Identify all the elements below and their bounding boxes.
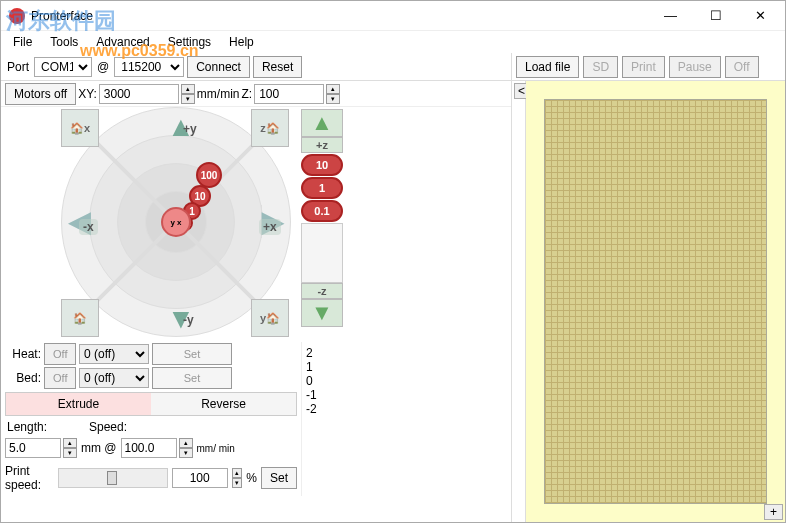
printspeed-set-button[interactable]: Set bbox=[261, 467, 297, 489]
extrude-button[interactable]: Extrude bbox=[6, 393, 151, 415]
port-label: Port bbox=[5, 60, 31, 74]
mmmin-label: mm/min bbox=[197, 87, 240, 101]
reset-button[interactable]: Reset bbox=[253, 56, 302, 78]
connection-toolbar: Port COM1 @ 115200 Connect Reset bbox=[1, 53, 511, 81]
feedrate-row: Motors off XY: ▴▾ mm/min Z: ▴▾ bbox=[1, 81, 511, 107]
z-down-arrow-icon[interactable]: ▼ bbox=[301, 299, 343, 327]
z-feedrate-input[interactable] bbox=[254, 84, 324, 104]
z-up-arrow-icon[interactable]: ▲ bbox=[301, 109, 343, 137]
menu-file[interactable]: File bbox=[5, 33, 40, 51]
ytick-0: 0 bbox=[306, 374, 507, 388]
axis-x-minus: -x bbox=[79, 219, 98, 235]
mm-at-label: mm @ bbox=[79, 441, 119, 455]
z-label: Z: bbox=[242, 87, 253, 101]
temp-chart: 2 1 0 -1 -2 bbox=[306, 346, 507, 492]
axis-y-minus: -y bbox=[179, 312, 198, 328]
ytick-n2: -2 bbox=[306, 402, 507, 416]
menu-advanced[interactable]: Advanced bbox=[88, 33, 157, 51]
gcode-viewer[interactable]: + bbox=[526, 81, 785, 522]
port-select[interactable]: COM1 bbox=[34, 57, 92, 77]
xy-spinner[interactable]: ▴▾ bbox=[181, 84, 195, 104]
jog-center-icon[interactable]: y x bbox=[161, 207, 191, 237]
load-file-button[interactable]: Load file bbox=[516, 56, 579, 78]
z-10-button[interactable]: 10 bbox=[301, 154, 343, 176]
printspeed-label: Print speed: bbox=[5, 464, 54, 492]
pct-label: % bbox=[246, 471, 257, 485]
print-button[interactable]: Print bbox=[622, 56, 665, 78]
menu-help[interactable]: Help bbox=[221, 33, 262, 51]
menu-tools[interactable]: Tools bbox=[42, 33, 86, 51]
xy-label: XY: bbox=[78, 87, 97, 101]
ytick-2: 2 bbox=[306, 346, 507, 360]
app-icon bbox=[9, 8, 25, 24]
axis-y-plus: +y bbox=[179, 121, 201, 137]
sd-button[interactable]: SD bbox=[583, 56, 618, 78]
speed-spinner[interactable]: ▴▾ bbox=[179, 438, 193, 458]
bed-set-button[interactable]: Set bbox=[152, 367, 232, 389]
z-mid-spacer bbox=[301, 223, 343, 283]
length-spinner[interactable]: ▴▾ bbox=[63, 438, 77, 458]
extrude-reverse-bar: Extrude Reverse bbox=[5, 392, 297, 416]
bed-temp-select[interactable]: 0 (off) bbox=[79, 368, 149, 388]
motors-off-button[interactable]: Motors off bbox=[5, 83, 76, 105]
mm-min-label: mm/ min bbox=[195, 444, 237, 453]
ytick-1: 1 bbox=[306, 360, 507, 374]
pause-button[interactable]: Pause bbox=[669, 56, 721, 78]
bed-label: Bed: bbox=[5, 371, 41, 385]
heat-set-button[interactable]: Set bbox=[152, 343, 232, 365]
off-button[interactable]: Off bbox=[725, 56, 759, 78]
reverse-button[interactable]: Reverse bbox=[151, 393, 296, 415]
home-z-button[interactable]: z🏠 bbox=[251, 109, 289, 147]
home-all-button[interactable]: 🏠 bbox=[61, 299, 99, 337]
z-plus-label: +z bbox=[301, 137, 343, 153]
file-toolbar: Load file SD Print Pause Off bbox=[512, 53, 785, 81]
z-minus-label: -z bbox=[301, 283, 343, 299]
baud-at: @ bbox=[95, 60, 111, 74]
length-label: Length: bbox=[5, 420, 49, 434]
speed-label: Speed: bbox=[87, 420, 129, 434]
printspeed-input[interactable] bbox=[172, 468, 228, 488]
jog-panel: ▲ ▼ ◀ ▶ +y -y -x +x 100 10 1 0.1 y x 🏠x … bbox=[1, 107, 511, 342]
z-01-button[interactable]: 0.1 bbox=[301, 200, 343, 222]
heat-temp-select[interactable]: 0 (off) bbox=[79, 344, 149, 364]
connect-button[interactable]: Connect bbox=[187, 56, 250, 78]
heat-label: Heat: bbox=[5, 347, 41, 361]
ytick-n1: -1 bbox=[306, 388, 507, 402]
printspeed-slider[interactable] bbox=[58, 468, 168, 488]
menu-settings[interactable]: Settings bbox=[160, 33, 219, 51]
axis-x-plus: +x bbox=[259, 219, 281, 235]
plus-icon[interactable]: + bbox=[764, 504, 783, 520]
z-jog-column: ▲ +z 10 1 0.1 -z ▼ bbox=[301, 109, 343, 335]
xy-feedrate-input[interactable] bbox=[99, 84, 179, 104]
z-spinner[interactable]: ▴▾ bbox=[326, 84, 340, 104]
window-title: Pronterface bbox=[31, 9, 648, 23]
z-1-button[interactable]: 1 bbox=[301, 177, 343, 199]
close-button[interactable]: ✕ bbox=[738, 2, 783, 30]
viewer-collapse-bar[interactable]: < bbox=[512, 81, 526, 522]
speed-input[interactable] bbox=[121, 438, 177, 458]
home-x-button[interactable]: 🏠x bbox=[61, 109, 99, 147]
bed-off-button[interactable]: Off bbox=[44, 367, 76, 389]
maximize-button[interactable]: ☐ bbox=[693, 2, 738, 30]
length-input[interactable] bbox=[5, 438, 61, 458]
titlebar: Pronterface — ☐ ✕ bbox=[1, 1, 785, 31]
heat-off-button[interactable]: Off bbox=[44, 343, 76, 365]
build-plate-grid bbox=[544, 99, 767, 504]
baud-select[interactable]: 115200 bbox=[114, 57, 184, 77]
minimize-button[interactable]: — bbox=[648, 2, 693, 30]
menubar: File Tools Advanced Settings Help bbox=[1, 31, 785, 53]
printspeed-spinner[interactable]: ▴▾ bbox=[232, 468, 243, 488]
home-y-button[interactable]: y🏠 bbox=[251, 299, 289, 337]
